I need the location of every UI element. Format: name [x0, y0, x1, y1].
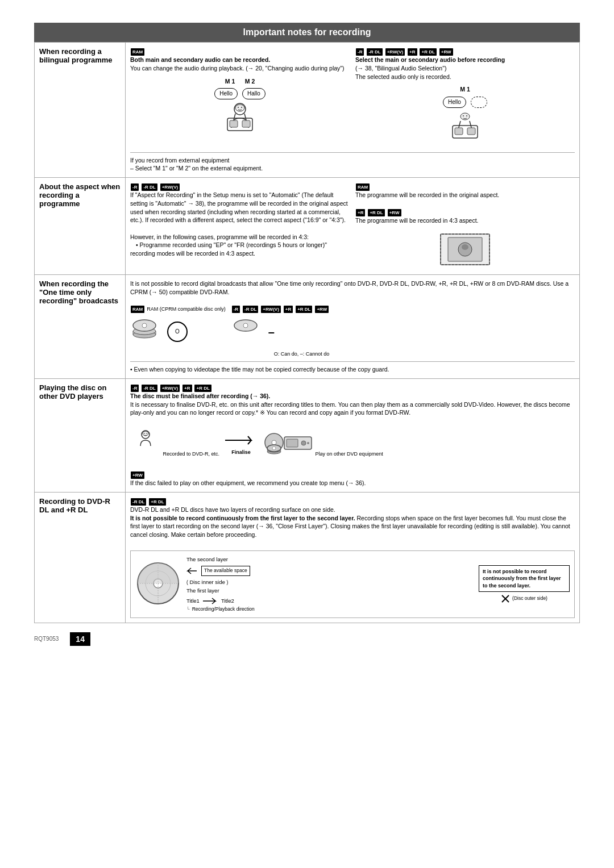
- pl-r-badge: -R: [131, 385, 139, 392]
- aspect-ram-badge: RAM: [356, 183, 370, 191]
- ot-rdl-badge: -R DL: [243, 306, 258, 313]
- disc-graphic: [135, 561, 181, 608]
- dl-rdl-badge: -R DL: [131, 498, 146, 506]
- hello-right-bubble: Hello: [443, 97, 466, 108]
- empty-right-bubble: [471, 97, 487, 108]
- rw-note-badge: +RW: [131, 471, 144, 479]
- aspect-plusr-badge: +R: [356, 209, 365, 216]
- section-label-playing: Playing the disc on other DVD players: [35, 378, 126, 492]
- ot-rwv-badge: +RW(V): [261, 306, 281, 313]
- copy-note: • Even when copying to videotape the tit…: [130, 366, 389, 373]
- disc-inner-text: Disc inner side: [189, 579, 225, 585]
- svg-point-30: [142, 323, 147, 328]
- one-time-left-disc: RAM RAM (CPRM compatible disc only): [130, 304, 226, 358]
- svg-point-5: [241, 107, 242, 108]
- rec-label: Recorded to DVD-R, etc.: [163, 451, 220, 457]
- title2-label: Title2: [221, 597, 234, 604]
- play-label: Play on other DVD equipment: [316, 451, 383, 457]
- section-label-one-time: When recording the "One time only record…: [35, 275, 126, 379]
- section-one-time: When recording the "One time only record…: [35, 275, 580, 379]
- plusr-badge: +R: [408, 48, 417, 56]
- ram-badge: RAM: [131, 48, 144, 56]
- svg-point-36: [146, 433, 147, 434]
- plusrw-badge: +RW: [439, 48, 453, 56]
- main-table: When recording a bilingual programme RAM…: [34, 42, 580, 623]
- aspect-left: -R -R DL +RW(V) If "Aspect for Recording…: [130, 182, 350, 270]
- svg-point-20: [462, 244, 468, 250]
- section-content-one-time: It is not possible to record digital bro…: [126, 275, 580, 379]
- rw-note: If the disc failed to play on other equi…: [130, 479, 366, 486]
- page-number-area: RQT9053 14: [34, 632, 580, 646]
- audio-diagram-left: M 1 M 2 Hello Hallo: [130, 77, 350, 136]
- can-do-label: O: Can do, –: Cannot do: [231, 350, 330, 358]
- second-layer-label: The second layer: [186, 556, 228, 563]
- one-time-right-disc: -R -R DL +RW(V) +R +R DL +RW: [231, 304, 330, 358]
- svg-point-4: [238, 107, 239, 108]
- svg-point-46: [272, 446, 276, 450]
- m1-label: M 1 M 2: [130, 77, 350, 86]
- right-heading-bilingual: Select the main or secondary audio befor…: [355, 56, 505, 63]
- one-time-ram-badge: RAM: [131, 306, 144, 313]
- first-layer-row: The first layer: [186, 587, 473, 594]
- aspect-rdl-badge: -R DL: [142, 183, 157, 191]
- svg-point-38: [272, 440, 276, 445]
- section-label-aspect: About the aspect when recording a progra…: [35, 178, 126, 275]
- svg-rect-15: [455, 128, 463, 135]
- direction-row: └ Recording/Playback direction: [186, 606, 473, 613]
- svg-rect-40: [287, 439, 298, 447]
- ram-heading: Both main and secondary audio can be rec…: [130, 56, 270, 63]
- disc-row-left: O: [130, 318, 226, 346]
- cannot-record-note: It is not possible to record continuousl…: [479, 565, 570, 592]
- r-badge: -R: [356, 48, 364, 56]
- arrow-left-svg: [186, 567, 198, 575]
- aspect-rw-text: The programme will be recorded in 4:3 as…: [355, 217, 479, 224]
- play-side: Play on other DVD equipment: [263, 430, 383, 458]
- aspect-right-badges2: +R +R DL +RW: [355, 208, 575, 216]
- disc-svg-cannot: [231, 318, 260, 346]
- bilingual-right: -R -R DL +RW(V) +R +R DL +RW Select the …: [355, 47, 575, 149]
- dvd-dl-body2-bold: It is not possible to record continuousl…: [130, 515, 355, 521]
- dvd-dl-badges: -R DL +R DL: [130, 497, 575, 506]
- section-dvd-dl: Recording to DVD-R DL and +R DL -R DL +R…: [35, 492, 580, 623]
- disc-inner-close: ): [226, 579, 228, 585]
- finalise-label: Finalise: [231, 449, 251, 456]
- arrow-container: Finalise: [224, 432, 258, 456]
- m1-right-box: M 1 Hello: [355, 85, 575, 144]
- direction-label: └: [186, 606, 190, 612]
- playing-body: It is necessary to finalise DVD-R, etc. …: [130, 401, 570, 416]
- svg-point-32: [243, 323, 248, 328]
- one-time-divider: [130, 361, 575, 362]
- one-time-cprm: RAM (CPRM compatible disc only): [147, 306, 226, 312]
- aspect-svg: [439, 233, 491, 270]
- disc-outer-label-row: (Disc outer side): [501, 594, 547, 603]
- layer-labels: The second layer The available space: [186, 556, 473, 612]
- page-number: 14: [70, 632, 90, 646]
- svg-point-34: [143, 431, 148, 436]
- arrow-svg: [224, 432, 258, 449]
- right-body-bilingual: (→ 38, "Bilingual Audio Selection") The …: [355, 65, 451, 80]
- direction-text: Recording/Playback direction: [192, 606, 255, 613]
- bilingual-divider: [130, 152, 575, 153]
- one-time-right-badges: -R -R DL +RW(V) +R +R DL +RW: [231, 304, 330, 313]
- plusrdl-badge: +R DL: [420, 48, 436, 56]
- speech-bubbles-right: Hello: [355, 95, 575, 109]
- svg-point-42: [307, 442, 309, 444]
- svg-rect-8: [242, 120, 250, 127]
- layer-diagram: The second layer The available space: [130, 550, 575, 617]
- aspect-right: RAM The programme will be recorded in th…: [355, 182, 575, 270]
- aspect-left-text2: However, in the following cases, program…: [130, 233, 309, 240]
- x-mark-svg: [501, 594, 510, 603]
- pl-plusr-badge: +R: [182, 385, 192, 392]
- rdl-badge: -R DL: [367, 48, 382, 56]
- svg-point-35: [144, 433, 145, 434]
- speech-bubbles: Hello Hallo: [130, 87, 350, 101]
- disc-inner-row: ( Disc inner side ): [186, 578, 473, 586]
- rwv-badge: +RW(V): [385, 48, 405, 56]
- section-playing: Playing the disc on other DVD players -R…: [35, 378, 580, 492]
- bilingual-two-col: RAM Both main and secondary audio can be…: [130, 47, 575, 149]
- svg-rect-16: [467, 128, 475, 135]
- svg-point-41: [301, 441, 306, 445]
- aspect-rwv-badge: +RW(V): [160, 183, 180, 191]
- audio-diagram-right: M 1 Hello: [355, 85, 575, 144]
- cannot-do-dash: –: [268, 324, 275, 340]
